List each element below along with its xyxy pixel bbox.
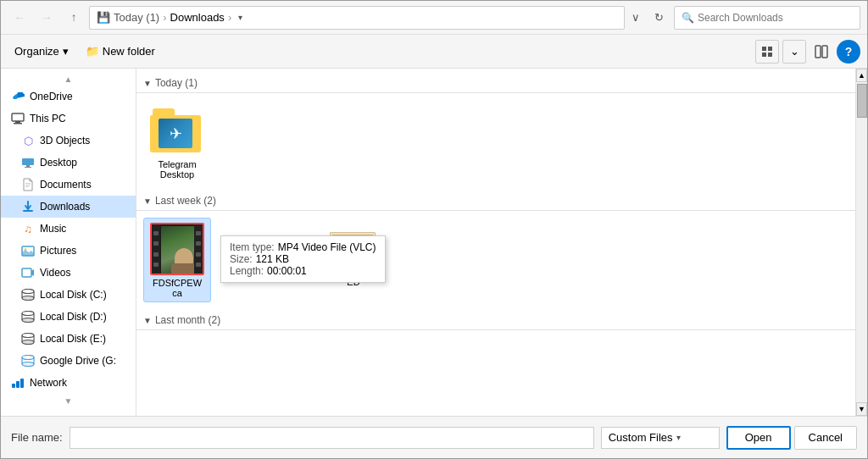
file-name-input[interactable] <box>70 427 594 449</box>
sidebar-scroll-down[interactable]: ▼ <box>1 394 136 407</box>
group-header-lastmonth[interactable]: ▼ Last month (2) <box>136 309 855 330</box>
pane-icon <box>815 45 828 58</box>
svg-rect-14 <box>25 186 29 187</box>
refresh-button[interactable]: ↻ <box>647 6 670 30</box>
scroll-down-button[interactable]: ▼ <box>856 402 867 416</box>
sidebar-item-desktop[interactable]: Desktop <box>1 152 136 174</box>
sidebar-item-thispc[interactable]: This PC <box>1 108 136 130</box>
sidebar-item-diskd[interactable]: Local Disk (D:) <box>1 306 136 328</box>
telegram-folder-icon: ✈ <box>150 103 204 158</box>
back-button[interactable]: ← <box>8 6 31 30</box>
videos-icon <box>21 266 35 279</box>
thispc-icon <box>11 112 25 125</box>
organize-label: Organize <box>14 45 59 58</box>
sidebar-item-documents-label: Documents <box>40 179 92 191</box>
svg-point-22 <box>22 318 34 323</box>
tooltip-type-value: MP4 Video File (VLC) <box>278 241 376 253</box>
tooltip-length-label: Length: <box>230 265 264 277</box>
fdsfcpew-video-icon <box>150 222 204 276</box>
svg-rect-2 <box>762 53 766 57</box>
address-bar: ← → ↑ 💾 Today (1) › Downloads › ▾ ∨ ↻ 🔍 <box>1 1 867 35</box>
up-button[interactable]: ↑ <box>62 6 86 30</box>
svg-rect-28 <box>16 381 19 388</box>
breadcrumb-dropdown-icon[interactable]: ▾ <box>238 13 242 22</box>
group-header-today[interactable]: ▼ Today (1) <box>136 72 855 93</box>
tooltip-size-value: 121 KB <box>256 253 289 265</box>
sidebar-item-documents[interactable]: Documents <box>1 174 136 196</box>
tooltip-length-row: Length: 00:00:01 <box>230 265 376 277</box>
documents-icon <box>21 178 35 191</box>
svg-rect-12 <box>25 183 31 184</box>
new-folder-button[interactable]: 📁 New folder <box>79 40 162 64</box>
forward-button[interactable]: → <box>35 6 58 30</box>
tooltip-size-row: Size: 121 KB <box>230 253 376 265</box>
pictures-icon <box>21 244 35 257</box>
sidebar-item-diskd-label: Local Disk (D:) <box>40 311 107 323</box>
breadcrumb-sep1: › <box>163 11 166 24</box>
tooltip-type-label: Item type: <box>230 241 275 253</box>
svg-rect-9 <box>22 158 34 165</box>
breadcrumb-icon: 💾 <box>97 11 110 24</box>
file-item-telegram[interactable]: ✈ TelegramDesktop <box>143 100 211 183</box>
bottom-bar: File name: Custom Files ▾ Open Cancel <box>1 416 867 458</box>
content-area: ▲ OneDrive This PC ⬡ 3D Objects <box>1 69 867 416</box>
open-button[interactable]: Open <box>726 426 791 450</box>
view-button-dropdown[interactable]: ⌄ <box>782 40 806 64</box>
view-button-grid[interactable] <box>755 40 779 64</box>
sidebar-item-videos-label: Videos <box>40 267 70 279</box>
group-header-lastweek[interactable]: ▼ Last week (2) <box>136 190 855 211</box>
sidebar-item-network[interactable]: Network <box>1 372 136 394</box>
preview-pane-button[interactable] <box>810 40 833 64</box>
sidebar-item-gdrive[interactable]: Google Drive (G: <box>1 350 136 372</box>
group-today-label: Today (1) <box>155 77 198 89</box>
svg-rect-7 <box>15 121 20 123</box>
svg-point-24 <box>22 340 34 345</box>
diske-icon <box>21 332 35 346</box>
file-dialog: ← → ↑ 💾 Today (1) › Downloads › ▾ ∨ ↻ 🔍 … <box>0 0 868 459</box>
svg-rect-3 <box>768 53 772 57</box>
breadcrumb-sep2: › <box>228 11 231 24</box>
search-input[interactable] <box>698 12 853 24</box>
svg-rect-0 <box>762 47 766 51</box>
svg-point-20 <box>22 296 34 301</box>
sidebar-item-diskc-label: Local Disk (C:) <box>40 289 107 301</box>
onedrive-icon <box>11 90 25 103</box>
svg-rect-8 <box>14 123 22 124</box>
file-name-input-wrap <box>70 427 594 449</box>
fdsfcpew-file-name: FDSfCPEWca <box>153 278 202 298</box>
help-button[interactable]: ? <box>837 40 860 64</box>
cancel-button[interactable]: Cancel <box>794 426 857 450</box>
svg-rect-6 <box>12 113 24 121</box>
organize-button[interactable]: Organize ▾ <box>8 40 75 64</box>
sidebar-item-thispc-label: This PC <box>30 113 66 124</box>
breadcrumb-thispc[interactable]: Today (1) <box>114 11 159 24</box>
file-type-dropdown[interactable]: Custom Files ▾ <box>601 427 720 449</box>
sidebar-item-onedrive[interactable]: OneDrive <box>1 86 136 108</box>
sidebar-item-music[interactable]: ♫ Music <box>1 218 136 240</box>
breadcrumb[interactable]: 💾 Today (1) › Downloads › ▾ <box>89 6 625 30</box>
file-item-fdsfcpew[interactable]: FDSfCPEWca Item type: MP4 Video File (VL… <box>143 218 211 302</box>
sidebar-item-diske[interactable]: Local Disk (E:) <box>1 328 136 350</box>
sidebar-item-diskc[interactable]: Local Disk (C:) <box>1 284 136 306</box>
sidebar-item-downloads[interactable]: Downloads <box>1 196 136 218</box>
sidebar-item-videos[interactable]: Videos <box>1 262 136 284</box>
svg-rect-13 <box>25 185 31 185</box>
sidebar-item-3dobjects-label: 3D Objects <box>40 135 90 147</box>
sidebar-item-3dobjects[interactable]: ⬡ 3D Objects <box>1 130 136 152</box>
file-grid-lastweek: FDSfCPEWca Item type: MP4 Video File (VL… <box>136 211 855 309</box>
svg-rect-29 <box>20 379 24 388</box>
svg-rect-5 <box>822 46 827 58</box>
search-box: 🔍 <box>674 6 860 30</box>
file-grid-lastmonth <box>136 330 855 344</box>
sidebar-scroll-up[interactable]: ▲ <box>1 72 136 86</box>
sidebar-item-diske-label: Local Disk (E:) <box>40 333 106 345</box>
telegram-file-name: TelegramDesktop <box>158 159 196 180</box>
desktop-icon <box>21 156 35 169</box>
dropdown-arrow-btn[interactable]: ∨ <box>628 11 643 24</box>
scroll-thumb[interactable] <box>857 84 867 118</box>
today-chevron-icon: ▼ <box>143 79 152 88</box>
tooltip-type-row: Item type: MP4 Video File (VLC) <box>230 241 376 253</box>
grid-icon <box>761 46 773 58</box>
sidebar-item-pictures[interactable]: Pictures <box>1 240 136 262</box>
scroll-up-button[interactable]: ▲ <box>856 69 867 82</box>
